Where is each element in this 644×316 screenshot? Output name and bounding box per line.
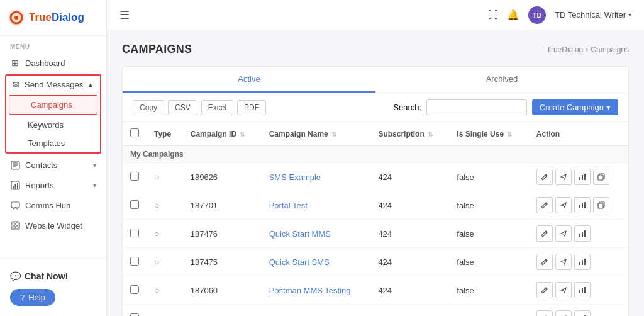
edit-button[interactable] [536,225,553,242]
row-checkbox-5[interactable] [130,313,139,317]
logo: TrueDialog [0,0,106,36]
my-campaigns-header: My Campaigns [123,146,628,163]
svg-rect-13 [13,223,15,225]
edit-button[interactable] [536,310,553,316]
send-button[interactable] [555,310,572,316]
user-chevron-icon: ▾ [628,11,631,18]
is-single-use: false [449,191,529,220]
user-name-text: TD Technical Writer [555,10,626,20]
campaign-name-link[interactable]: SMS Example [269,172,321,182]
create-campaign-button[interactable]: Create Campaign ▾ [532,99,618,115]
search-input[interactable] [426,99,527,115]
is-single-use: false [449,276,529,305]
action-buttons [536,282,621,298]
topbar: ☰ ⛶ 🔔 TD TD Technical Writer ▾ [107,0,644,30]
is-single-use: false [449,248,529,276]
svg-rect-36 [584,259,586,265]
excel-button[interactable]: Excel [201,100,233,115]
chat-now-label: Chat Now! [25,271,68,281]
campaign-name-link[interactable]: Postman SMS Testing [269,314,350,317]
send-messages-label: Send Messages [25,80,83,89]
expand-icon[interactable]: ⛶ [488,9,498,21]
campaign-name-link[interactable]: Quick Start MMS [269,229,331,239]
sidebar-item-website-widget[interactable]: Website Widget [0,215,106,235]
svg-rect-22 [598,175,603,180]
hamburger-icon[interactable]: ☰ [119,8,130,22]
stats-button[interactable] [574,254,591,270]
tab-archived[interactable]: Archived [375,67,628,93]
chevron-up-icon: ▲ [87,81,94,88]
stats-button[interactable] [574,197,591,213]
subscription: 424 [370,248,449,276]
sidebar-item-templates[interactable]: Templates [6,134,100,152]
copy-button[interactable]: Copy [133,100,164,115]
pdf-button[interactable]: PDF [237,100,266,115]
send-button[interactable] [555,282,572,298]
campaign-id: 187041 [183,305,262,317]
bell-icon[interactable]: 🔔 [507,9,519,21]
select-all-checkbox[interactable] [130,128,139,137]
stats-button[interactable] [574,225,591,242]
sidebar-item-contacts[interactable]: Contacts ▾ [0,155,106,175]
svg-rect-15 [13,226,15,229]
sidebar-item-keywords[interactable]: Keywords [6,116,100,134]
help-label: Help [28,293,45,302]
sidebar-item-comms-hub[interactable]: Comms Hub [0,195,106,215]
svg-rect-39 [582,288,583,293]
send-button[interactable] [555,169,572,185]
breadcrumb-home: TrueDialog [547,45,583,54]
campaign-name-link[interactable]: Quick Start SMS [269,257,330,267]
breadcrumb-sep: › [586,45,588,54]
action-buttons [536,225,621,242]
col-campaign-id: Campaign ID ⇅ [183,122,262,146]
stats-button[interactable] [574,310,591,316]
tab-active[interactable]: Active [123,67,375,93]
breadcrumb-current: Campaigns [591,45,629,54]
sidebar-item-campaigns[interactable]: Campaigns [9,95,97,115]
campaign-name-link[interactable]: Portal Test [269,201,308,210]
is-single-use: false [449,163,529,191]
copy-row-button[interactable] [593,169,609,185]
create-campaign-arrow: ▾ [606,103,611,112]
table-row: ○187060Postman MMS Testing424false [123,276,628,305]
logo-icon [8,9,25,26]
svg-rect-25 [582,203,583,208]
copy-row-button[interactable] [593,197,609,213]
stats-button[interactable] [574,282,591,298]
row-checkbox-1[interactable] [130,200,139,209]
row-checkbox-0[interactable] [130,172,139,181]
user-name[interactable]: TD Technical Writer ▾ [555,10,631,20]
csv-button[interactable]: CSV [168,100,197,115]
campaign-name-link[interactable]: Postman MMS Testing [269,286,351,295]
chat-icon: 💬 [10,271,21,281]
sidebar-item-reports[interactable]: Reports ▾ [0,175,106,195]
edit-button[interactable] [536,282,553,298]
website-widget-label: Website Widget [25,221,82,230]
row-checkbox-3[interactable] [130,257,139,266]
campaign-id: 187475 [183,248,262,276]
edit-button[interactable] [536,254,553,270]
edit-button[interactable] [536,197,553,213]
send-button[interactable] [555,197,572,213]
sidebar-item-dashboard[interactable]: ⊞ Dashboard [0,53,106,73]
row-checkbox-4[interactable] [130,285,139,294]
stats-button[interactable] [574,169,591,185]
row-checkbox-2[interactable] [130,229,139,237]
send-messages-icon: ✉ [13,80,19,89]
col-action: Action [529,122,628,146]
send-button[interactable] [555,254,572,270]
topbar-right: ⛶ 🔔 TD TD Technical Writer ▾ [488,6,631,24]
help-button[interactable]: ? Help [10,289,55,306]
sidebar: TrueDialog MENU ⊞ Dashboard ✉ Send Messa… [0,0,107,316]
svg-rect-35 [582,260,583,265]
send-button[interactable] [555,225,572,242]
action-buttons [536,197,621,213]
edit-button[interactable] [536,169,553,185]
svg-rect-32 [584,230,586,237]
is-single-use: false [449,220,529,248]
main-content: ☰ ⛶ 🔔 TD TD Technical Writer ▾ CAMPAIGNS… [107,0,644,316]
send-messages-toggle[interactable]: ✉ Send Messages ▲ [6,76,100,94]
subscription: 424 [370,220,449,248]
svg-rect-30 [579,234,580,237]
subscription: 424 [370,276,449,305]
